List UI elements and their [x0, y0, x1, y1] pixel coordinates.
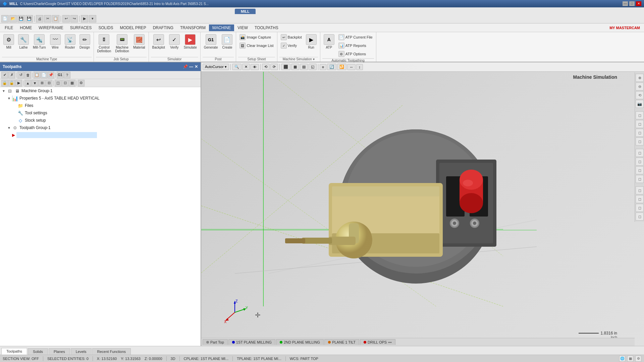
- vp-btn-12[interactable]: 🔁: [337, 64, 346, 70]
- autocursor-dropdown[interactable]: AutoCursor ▾: [203, 64, 229, 70]
- vp-btn-3[interactable]: 👁: [251, 64, 259, 70]
- vp-btn-6[interactable]: ⬛: [281, 64, 290, 70]
- ribbon-btn-mill[interactable]: ⚙ Mill: [2, 34, 15, 50]
- tp-btn-view2[interactable]: ⊡: [62, 80, 68, 86]
- ribbon-btn-image-capture[interactable]: 📸 Image Capture: [238, 34, 275, 41]
- ribbon-btn-ms-run[interactable]: ▶ Run: [305, 34, 318, 50]
- maximize-button[interactable]: □: [629, 1, 635, 6]
- tp-btn-view3[interactable]: ▦: [69, 80, 75, 86]
- tp-btn-up[interactable]: ▲: [24, 80, 31, 86]
- vp-btn-11[interactable]: 🔄: [327, 64, 336, 70]
- rc-btn-14[interactable]: ◻: [636, 195, 644, 203]
- status-globe-icon[interactable]: 🌐: [619, 356, 625, 362]
- qt-extra[interactable]: ▾: [89, 15, 96, 22]
- ribbon-btn-wire[interactable]: 〰 Wire: [49, 34, 62, 50]
- menu-solids[interactable]: SOLIDS: [95, 24, 116, 31]
- rc-btn-9[interactable]: ◻: [636, 149, 644, 157]
- menu-view[interactable]: VIEW: [234, 24, 251, 31]
- ribbon-btn-clear-image[interactable]: 🖼 Clear Image List: [238, 42, 275, 49]
- tp-btn-unlock[interactable]: 🔓: [8, 80, 15, 86]
- rc-btn-11[interactable]: ◻: [636, 166, 644, 174]
- rc-btn-7[interactable]: ◻: [636, 129, 644, 137]
- rc-btn-15[interactable]: ◻: [636, 204, 644, 212]
- vp-btn-4[interactable]: ⟲: [262, 64, 270, 70]
- ribbon-btn-lathe[interactable]: 🔧 Lathe: [17, 34, 30, 50]
- rc-btn-1[interactable]: ⊕: [636, 74, 644, 82]
- rc-btn-5[interactable]: ◻: [636, 111, 644, 119]
- rc-btn-10[interactable]: ◻: [636, 158, 644, 166]
- tp-minimize-btn[interactable]: —: [189, 64, 193, 69]
- bottom-tab-recent-functions[interactable]: Recent Functions: [92, 348, 131, 355]
- qt-redo[interactable]: ↪: [70, 15, 78, 22]
- menu-toolpaths[interactable]: TOOLPATHS: [251, 24, 282, 31]
- menu-surfaces[interactable]: SURFACES: [67, 24, 95, 31]
- vp-btn-1[interactable]: 🔍: [232, 64, 241, 70]
- ribbon-btn-atp-options[interactable]: ⚙ ATP Options: [337, 50, 374, 58]
- rc-btn-6[interactable]: ◻: [636, 120, 644, 128]
- tp-btn-delete[interactable]: 🗑: [24, 72, 31, 78]
- menu-file[interactable]: FILE: [1, 24, 16, 31]
- qt-open[interactable]: 📂: [9, 15, 17, 22]
- rc-btn-2[interactable]: ⊖: [636, 82, 644, 90]
- ribbon-btn-create[interactable]: 📄 Create: [220, 34, 234, 50]
- tp-btn-group[interactable]: ⊞: [39, 80, 45, 86]
- ribbon-btn-backplot[interactable]: ↩ Backplot: [151, 34, 166, 50]
- tp-btn-lock[interactable]: 🔒: [1, 80, 8, 86]
- tree-expand-toolpath-group[interactable]: ▼: [7, 125, 11, 130]
- vp-btn-2[interactable]: ✕: [242, 64, 250, 70]
- vp-tab-drill-ops-more[interactable]: •••: [388, 341, 392, 344]
- vp-tab-plane-1-tilt[interactable]: PLANE 1 TILT: [324, 339, 359, 345]
- toolpaths-header-controls[interactable]: 📌 — ✕: [183, 64, 198, 69]
- close-button[interactable]: ✕: [636, 1, 641, 6]
- tree-expand-machine-group[interactable]: ▼: [1, 88, 6, 93]
- tp-btn-down[interactable]: ▼: [32, 80, 38, 86]
- rc-btn-8[interactable]: ◻: [636, 137, 644, 145]
- qt-new[interactable]: 📄: [1, 15, 9, 22]
- vp-btn-7[interactable]: ▦: [291, 64, 299, 70]
- tp-close-btn[interactable]: ✕: [195, 64, 198, 69]
- tp-btn-copy[interactable]: 📄: [41, 72, 47, 78]
- tp-btn-ungroup[interactable]: ⊟: [46, 80, 52, 86]
- new-toolpath-input[interactable]: [16, 132, 97, 138]
- rc-btn-4[interactable]: 📷: [636, 100, 644, 108]
- qt-undo[interactable]: ↩: [62, 15, 70, 22]
- ribbon-btn-machine-def[interactable]: 📟 MachineDefinition: [114, 34, 130, 54]
- rc-btn-3[interactable]: ⟲: [636, 91, 644, 99]
- status-grid-icon[interactable]: ▦: [627, 356, 633, 362]
- menu-machine[interactable]: MACHINE: [209, 24, 234, 31]
- qt-save2[interactable]: 💾: [25, 15, 33, 22]
- tp-btn-paste[interactable]: 📌: [48, 72, 54, 78]
- ribbon-btn-millturn[interactable]: 🔩 Mill-Turn: [32, 34, 47, 50]
- tp-btn-settings[interactable]: ⚙: [78, 80, 85, 86]
- tree-tool-settings[interactable]: 🔧 Tool settings: [0, 109, 201, 117]
- tp-btn-G1[interactable]: G1: [57, 72, 63, 78]
- rc-btn-16[interactable]: ◻: [636, 213, 644, 221]
- status-settings-icon[interactable]: ⚙: [635, 356, 641, 362]
- tree-machine-group[interactable]: ▼ ⊟ 🖥 Machine Group-1: [0, 87, 201, 95]
- rc-btn-12[interactable]: ◻: [636, 175, 644, 183]
- tree-files[interactable]: 📁 Files: [0, 102, 201, 109]
- qt-copy[interactable]: 📋: [52, 15, 59, 22]
- qt-cut[interactable]: ✂: [44, 15, 51, 22]
- bottom-tab-solids[interactable]: Solids: [28, 348, 48, 355]
- ribbon-btn-atp[interactable]: A ATP: [322, 34, 336, 50]
- vp-tab-1st-plane[interactable]: 1ST PLANE MILLING: [228, 339, 275, 345]
- ribbon-btn-material[interactable]: 🧱 Material: [132, 34, 147, 50]
- ribbon-btn-router[interactable]: 📡 Router: [63, 34, 77, 50]
- ribbon-btn-design[interactable]: ✏ Design: [78, 34, 92, 50]
- minimize-button[interactable]: —: [623, 1, 628, 6]
- vp-tab-drill-ops[interactable]: DRILL OPS •••: [360, 339, 395, 345]
- tree-stock-setup[interactable]: ◇ Stock setup: [0, 117, 201, 124]
- qt-save[interactable]: 💾: [17, 15, 25, 22]
- bottom-tab-planes[interactable]: Planes: [49, 348, 70, 355]
- vp-tab-2nd-plane[interactable]: 2ND PLANE MILLING: [276, 339, 324, 345]
- ribbon-btn-atp-reports[interactable]: 📊 ATP Reports: [337, 42, 374, 49]
- tree-expand-properties[interactable]: ▼: [7, 96, 11, 101]
- vp-btn-9[interactable]: ◱: [309, 64, 317, 70]
- qt-run[interactable]: ▶: [81, 15, 88, 22]
- ribbon-btn-ms-verify[interactable]: ✓ Verify: [279, 42, 303, 49]
- ribbon-btn-atp-current[interactable]: 📄 ATP Current File: [337, 34, 374, 41]
- tree-toolpath-group[interactable]: ▼ ⚙ Toolpath Group-1: [0, 124, 201, 131]
- ribbon-btn-simulate[interactable]: ▶ Simulate: [182, 34, 198, 50]
- vp-tab-part-top[interactable]: Part Top: [203, 339, 228, 345]
